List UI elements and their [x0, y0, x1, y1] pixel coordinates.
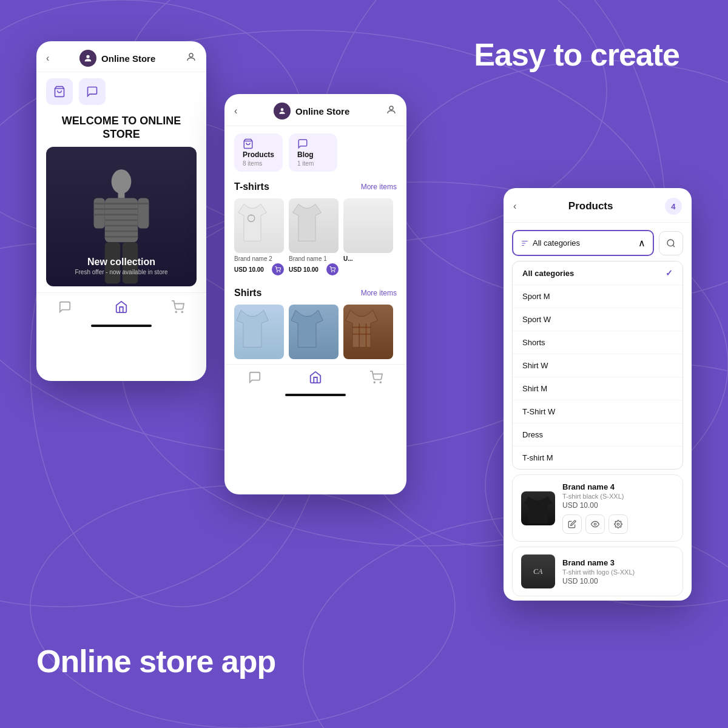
- phone2-header-center: Online Store: [274, 103, 349, 120]
- category-label-shorts: Shorts: [522, 338, 545, 347]
- phone1-welcome-text: WELCOME TO ONLINE STORE: [36, 111, 206, 147]
- phone2-shirts-title: Shirts: [234, 288, 261, 298]
- category-item-all[interactable]: All categories ✓: [513, 261, 682, 285]
- product-price-row-1: USD 10.00: [234, 263, 284, 275]
- svg-point-12: [189, 53, 193, 57]
- tagline-top: Easy to create: [474, 36, 679, 73]
- product-price-row-2: USD 10.00: [289, 263, 339, 275]
- phone1-nav-home[interactable]: [115, 300, 128, 316]
- svg-rect-24: [94, 198, 105, 229]
- add-to-cart-2[interactable]: [326, 263, 339, 275]
- shirt-card-3[interactable]: [343, 305, 393, 359]
- phone2-shirts-section: Shirts More items: [224, 285, 406, 364]
- phone1-header: ‹ Online Store: [36, 41, 206, 72]
- phone-mockup-1: ‹ Online Store: [36, 41, 206, 381]
- settings-product-4-button[interactable]: [608, 514, 628, 534]
- svg-rect-15: [118, 192, 125, 198]
- svg-point-34: [281, 108, 284, 111]
- product-card-1[interactable]: Brand name 2 USD 10.00: [234, 198, 284, 275]
- product-img-3: [343, 198, 393, 253]
- svg-point-55: [617, 523, 619, 525]
- add-to-cart-1[interactable]: [272, 263, 284, 275]
- phone2-back-arrow[interactable]: ‹: [234, 106, 237, 116]
- phone3-title: Products: [568, 200, 613, 212]
- category-item-shirt-m[interactable]: Shirt M: [513, 377, 682, 400]
- product-card-3[interactable]: U...: [343, 198, 393, 275]
- phone3-product-thumb-3: CA: [521, 554, 555, 588]
- phone3-product-brand-3: Brand name 3: [562, 558, 674, 567]
- product-price-row-3: U...: [343, 255, 393, 262]
- phone2-shirts-header: Shirts More items: [234, 288, 397, 298]
- phone3-product-thumb-4: [521, 491, 555, 525]
- svg-point-52: [667, 240, 674, 246]
- phone3-dropdown-menu: All categories ✓ Sport M Sport W Shorts …: [512, 261, 683, 470]
- svg-point-6: [30, 485, 455, 728]
- phone1-user-icon[interactable]: [186, 52, 197, 65]
- phone1-hero-title: New collection: [46, 257, 197, 268]
- phone2-shirts-more[interactable]: More items: [361, 289, 397, 297]
- shirt-img-2: [289, 305, 339, 359]
- phone-mockup-2: ‹ Online Store Products: [224, 94, 406, 494]
- product-card-2[interactable]: Brand name 1 USD 10.00: [289, 198, 339, 275]
- product-price-1: USD 10.00: [234, 266, 264, 273]
- phone2-tab-blog[interactable]: Blog 1 item: [289, 133, 337, 172]
- category-item-dress[interactable]: Dress: [513, 423, 682, 447]
- phone1-header-center: Online Store: [79, 50, 155, 67]
- svg-rect-28: [138, 198, 149, 229]
- product-img-1: [234, 198, 284, 253]
- category-item-shorts[interactable]: Shorts: [513, 331, 682, 354]
- category-label-sport-w: Sport W: [522, 315, 551, 324]
- phone2-tshirts-more[interactable]: More items: [361, 183, 397, 191]
- shirt-img-3: [343, 305, 393, 359]
- phone3-product-info-3: Brand name 3 T-shirt with logo (S-XXL) U…: [562, 558, 674, 585]
- phone2-tab-products[interactable]: Products 8 items: [234, 133, 283, 172]
- svg-point-11: [86, 55, 89, 58]
- phone1-shop-icon-tab[interactable]: [46, 78, 73, 105]
- phone-mockup-3: ‹ Products 4 All categories ∧: [504, 188, 692, 601]
- phone2-nav-chat[interactable]: [248, 371, 261, 386]
- dropdown-chevron: ∧: [638, 237, 645, 249]
- product-price-2: USD 10.00: [289, 266, 318, 273]
- category-item-shirt-w[interactable]: Shirt W: [513, 354, 682, 377]
- edit-product-4-button[interactable]: [562, 514, 582, 534]
- category-label-sport-m: Sport M: [522, 292, 550, 301]
- store-avatar: [79, 50, 96, 67]
- back-arrow-icon[interactable]: ‹: [46, 53, 49, 64]
- svg-line-53: [673, 245, 675, 247]
- phone1-nav-chat[interactable]: [58, 300, 72, 316]
- phone2-home-indicator: [285, 394, 346, 396]
- phone2-tshirts-header: T-shirts More items: [234, 181, 397, 192]
- shirt-card-1[interactable]: [234, 305, 284, 359]
- category-item-tshirt-m[interactable]: T-shirt M: [513, 447, 682, 469]
- phone3-dropdown-text: All categories: [521, 238, 580, 248]
- shirt-card-2[interactable]: [289, 305, 339, 359]
- product-img-2: [289, 198, 339, 253]
- category-item-sport-m[interactable]: Sport M: [513, 285, 682, 308]
- view-product-4-button[interactable]: [585, 514, 605, 534]
- phone2-tab-products-count: 8 items: [243, 160, 262, 167]
- phone3-product-item-4[interactable]: Brand name 4 T-shirt black (S-XXL) USD 1…: [512, 474, 683, 542]
- phone2-header: ‹ Online Store: [224, 94, 406, 126]
- category-item-tshirt-w[interactable]: T-Shirt W: [513, 400, 682, 423]
- phone2-nav-cart[interactable]: [369, 371, 383, 386]
- phone1-chat-icon-tab[interactable]: [79, 78, 106, 105]
- category-item-sport-w[interactable]: Sport W: [513, 308, 682, 331]
- phone1-hero-text: New collection Fresh offer - now availab…: [46, 257, 197, 275]
- product-name-1: Brand name 2: [234, 255, 284, 262]
- phone3-search-button[interactable]: [659, 231, 683, 255]
- phone3-back-arrow[interactable]: ‹: [513, 201, 516, 212]
- svg-point-42: [334, 271, 335, 272]
- svg-point-47: [374, 382, 375, 383]
- phone3-category-dropdown[interactable]: All categories ∧: [512, 230, 654, 256]
- phone3-product-info-4: Brand name 4 T-shirt black (S-XXL) USD 1…: [562, 482, 674, 534]
- phone2-nav-home[interactable]: [309, 371, 322, 386]
- phone1-nav-cart[interactable]: [171, 300, 184, 316]
- product-price-3: U...: [343, 255, 353, 262]
- phone3-product-item-3[interactable]: CA Brand name 3 T-shirt with logo (S-XXL…: [512, 547, 683, 596]
- phone3-product-actions-4: [562, 514, 674, 534]
- phone3-badge: 4: [665, 198, 682, 215]
- phone1-icon-tabs: [36, 72, 206, 111]
- phone2-user-icon[interactable]: [386, 104, 397, 118]
- phone2-tab-blog-count: 1 item: [297, 160, 314, 167]
- phone3-dropdown-row: All categories ∧: [504, 223, 692, 256]
